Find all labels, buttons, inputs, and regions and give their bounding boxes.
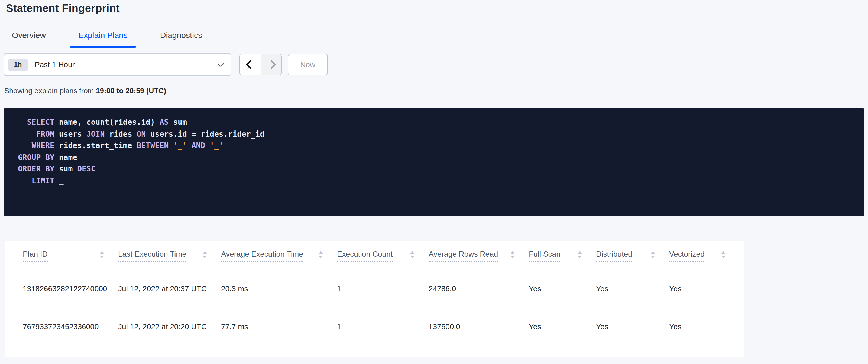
table-header-row: Plan ID Last Execution Time Average Exec… (16, 242, 733, 273)
cell-plan-id: 13182663282122740000 (16, 273, 112, 311)
column-header-average-execution-time[interactable]: Average Execution Time (215, 242, 331, 273)
page-title: Statement Fingerprint (6, 2, 868, 15)
showing-range-text: Showing explain plans from 19:00 to 20:5… (4, 87, 868, 95)
time-range-dropdown[interactable]: 1h Past 1 Hour (4, 53, 231, 76)
cell-last-execution-time: Jul 12, 2022 at 20:37 UTC (112, 273, 215, 311)
next-range-button[interactable] (260, 54, 281, 75)
time-range-selected: Past 1 Hour (35, 60, 75, 69)
sort-icon (203, 251, 207, 258)
cell-execution-count: 1 (331, 311, 422, 349)
sql-statement-box: SELECT name, count(rides.id) AS sum FROM… (4, 108, 864, 217)
cell-average-rows-read: 24786.0 (422, 273, 522, 311)
cell-distributed: Yes (589, 273, 663, 311)
cell-average-execution-time: 20.3 ms (215, 273, 331, 311)
table-row: 13182663282122740000 Jul 12, 2022 at 20:… (16, 273, 733, 311)
sort-icon (721, 251, 725, 258)
column-header-average-rows-read[interactable]: Average Rows Read (422, 242, 522, 273)
table-row: 767933723452336000 Jul 12, 2022 at 20:20… (16, 311, 733, 349)
chevron-right-icon (267, 60, 276, 69)
cell-average-rows-read: 137500.0 (422, 311, 522, 349)
explain-plans-table-card: Plan ID Last Execution Time Average Exec… (5, 242, 744, 358)
time-nav-group (240, 54, 282, 76)
sort-icon (510, 251, 515, 258)
cell-distributed: Yes (589, 311, 663, 349)
column-header-execution-count[interactable]: Execution Count (331, 242, 422, 273)
sql-statement: SELECT name, count(rides.id) AS sum FROM… (4, 108, 864, 187)
column-header-full-scan[interactable]: Full Scan (522, 242, 589, 273)
column-header-last-execution-time[interactable]: Last Execution Time (112, 242, 215, 273)
column-header-vectorized[interactable]: Vectorized (663, 242, 733, 273)
sort-icon (410, 251, 414, 258)
cell-vectorized: Yes (663, 273, 733, 311)
statement-fingerprint-page: Statement Fingerprint Overview Explain P… (0, 2, 868, 364)
chevron-left-icon (246, 60, 255, 69)
cell-last-execution-time: Jul 12, 2022 at 20:20 UTC (112, 311, 215, 349)
cell-full-scan: Yes (522, 311, 589, 349)
sort-icon (578, 251, 582, 258)
showing-range-bold: 19:00 to 20:59 (UTC) (96, 87, 166, 95)
cell-vectorized: Yes (663, 311, 733, 349)
tab-diagnostics[interactable]: Diagnostics (151, 27, 211, 47)
tab-bar: Overview Explain Plans Diagnostics (0, 27, 868, 47)
cell-full-scan: Yes (522, 273, 589, 311)
showing-range-prefix: Showing explain plans from (4, 87, 96, 95)
column-header-plan-id[interactable]: Plan ID (16, 242, 112, 273)
explain-plans-table: Plan ID Last Execution Time Average Exec… (16, 242, 733, 349)
column-header-distributed[interactable]: Distributed (589, 242, 663, 273)
sort-icon (100, 251, 104, 258)
tab-explain-plans[interactable]: Explain Plans (70, 27, 136, 47)
chevron-down-icon (218, 61, 224, 67)
tab-overview[interactable]: Overview (3, 27, 55, 47)
time-controls: 1h Past 1 Hour Now (4, 53, 868, 76)
now-button[interactable]: Now (288, 54, 328, 76)
prev-range-button[interactable] (240, 54, 260, 75)
cell-average-execution-time: 77.7 ms (215, 311, 331, 349)
sort-icon (651, 251, 655, 258)
time-range-badge: 1h (8, 58, 28, 71)
cell-execution-count: 1 (331, 273, 422, 311)
sort-icon (318, 251, 323, 258)
cell-plan-id: 767933723452336000 (16, 311, 112, 349)
